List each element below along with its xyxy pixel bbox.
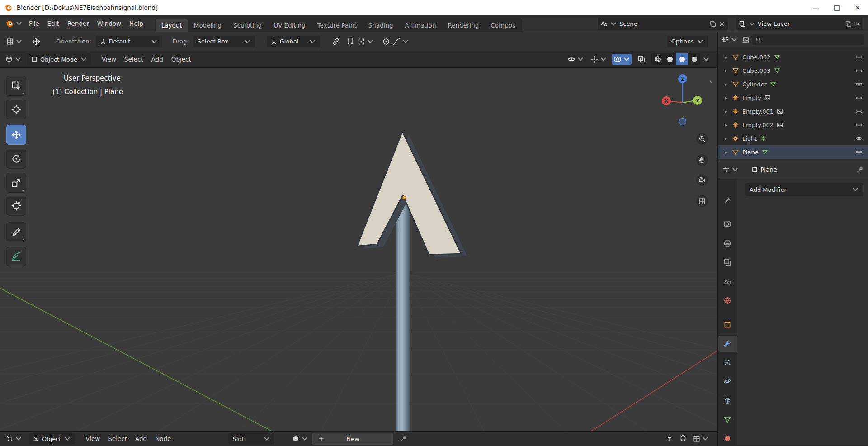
new-view-layer-icon[interactable] (845, 20, 852, 28)
shader-menu-node[interactable]: Node (151, 435, 175, 442)
shading-wireframe-button[interactable] (651, 53, 664, 65)
visibility-dropdown[interactable] (566, 54, 585, 65)
move-tool-button[interactable] (6, 125, 26, 145)
blender-app-menu[interactable] (4, 19, 25, 28)
show-overlays-toggle[interactable] (612, 54, 632, 65)
disclosure-triangle-icon[interactable]: ▸ (723, 122, 729, 128)
eye-open-icon[interactable] (855, 135, 863, 142)
properties-tab-tool[interactable] (718, 192, 737, 209)
disclosure-triangle-icon[interactable]: ▸ (723, 136, 729, 142)
disclosure-triangle-icon[interactable]: ▸ (723, 54, 729, 60)
properties-tab-constraints[interactable] (718, 393, 737, 409)
viewport-canvas[interactable]: User Perspective (1) Collection | Plane … (0, 68, 717, 431)
camera-view-button[interactable] (696, 174, 708, 186)
shading-rendered-button[interactable] (688, 53, 700, 65)
workspace-tab-uv-editing[interactable]: UV Editing (268, 19, 311, 32)
remove-view-layer-icon[interactable] (854, 21, 861, 27)
viewport-menu-select[interactable]: Select (120, 56, 147, 63)
outliner-item-label[interactable]: Empty.001 (742, 108, 774, 115)
shader-menu-add[interactable]: Add (131, 435, 151, 442)
outliner-item-label[interactable]: Plane (742, 149, 759, 156)
proportional-falloff-dropdown[interactable] (392, 38, 409, 46)
chevron-down-icon[interactable] (748, 20, 755, 28)
disclosure-triangle-icon[interactable]: ▸ (723, 149, 729, 155)
shader-editor-type-dropdown[interactable] (5, 435, 24, 442)
menu-file[interactable]: File (25, 20, 43, 27)
rotate-tool-button[interactable] (6, 149, 26, 169)
outliner-row[interactable]: ▸ Cube.002 (718, 50, 868, 64)
measure-tool-button[interactable] (6, 247, 26, 266)
menu-help[interactable]: Help (125, 20, 147, 27)
properties-tab-scene[interactable] (718, 274, 737, 290)
arrow-up-icon[interactable] (666, 435, 673, 442)
properties-tab-physics[interactable] (718, 373, 737, 389)
pan-button[interactable] (696, 154, 708, 166)
transform-orientation-dropdown[interactable]: Global (267, 36, 320, 47)
shading-solid-button[interactable] (664, 53, 676, 65)
menu-render[interactable]: Render (63, 20, 93, 27)
eye-open-icon[interactable] (855, 81, 863, 88)
workspace-tab-animation[interactable]: Animation (399, 19, 442, 32)
outliner-search-input[interactable] (764, 36, 861, 43)
eye-closed-icon[interactable] (855, 121, 863, 128)
properties-editor-type-dropdown[interactable] (722, 166, 739, 173)
workspace-tab-layout[interactable]: Layout (156, 19, 188, 32)
viewport-menu-add[interactable]: Add (147, 56, 167, 63)
disclosure-triangle-icon[interactable]: ▸ (723, 68, 729, 74)
unlink-scene-icon[interactable] (719, 21, 725, 27)
pin-icon[interactable] (856, 166, 863, 173)
outliner-item-label[interactable]: Empty (742, 95, 761, 101)
workspace-tab-texture-paint[interactable]: Texture Paint (311, 19, 363, 32)
new-material-button[interactable]: New (312, 433, 393, 445)
scene-name[interactable]: Scene (619, 20, 707, 27)
orientation-dropdown[interactable]: Default (96, 36, 162, 47)
sidebar-expand-arrow[interactable]: ‹ (710, 78, 712, 85)
orthographic-toggle-button[interactable] (696, 195, 708, 207)
viewport-menu-object[interactable]: Object (167, 56, 195, 63)
view-layer-icon[interactable] (739, 20, 746, 28)
shading-material-button[interactable] (676, 53, 688, 65)
tool-settings-dropdown[interactable] (5, 38, 24, 45)
outliner-editor-type-dropdown[interactable] (722, 36, 738, 43)
shader-menu-select[interactable]: Select (104, 435, 131, 442)
workspace-tab-compositing[interactable]: Compos (485, 19, 521, 32)
workspace-tab-modeling[interactable]: Modeling (188, 19, 227, 32)
proportional-editing-icon[interactable] (382, 38, 390, 46)
show-gizmo-toggle[interactable] (589, 54, 609, 65)
outliner-item-label[interactable]: Cube.003 (742, 67, 771, 74)
eye-closed-icon[interactable] (855, 53, 863, 61)
navigation-gizmo[interactable]: X Y Z (655, 74, 711, 130)
properties-tab-render[interactable] (718, 216, 737, 232)
properties-tab-material[interactable] (718, 430, 737, 446)
slot-dropdown[interactable]: Slot (228, 433, 274, 444)
properties-tab-output[interactable] (718, 235, 737, 251)
eye-open-icon[interactable] (855, 148, 863, 156)
snap-magnet-icon[interactable] (346, 38, 354, 46)
drag-dropdown[interactable]: Select Box (193, 36, 255, 47)
display-mode-icon[interactable] (742, 36, 750, 43)
pin-icon[interactable] (400, 435, 407, 442)
outliner-row[interactable]: ▸ Empty.002 (718, 118, 868, 132)
options-dropdown[interactable]: Options (667, 36, 708, 47)
snap-settings-dropdown[interactable] (357, 38, 374, 46)
outliner-row-selected[interactable]: ▸ Plane (718, 145, 868, 159)
outliner-item-label[interactable]: Cube.002 (742, 54, 771, 61)
properties-tab-modifiers[interactable] (718, 336, 737, 352)
workspace-tab-sculpting[interactable]: Sculpting (227, 19, 268, 32)
outliner-item-label[interactable]: Cylinder (742, 81, 767, 88)
eye-closed-icon[interactable] (855, 94, 863, 101)
snap-magnet-icon[interactable] (679, 435, 687, 442)
material-browse-dropdown[interactable] (292, 435, 308, 443)
add-modifier-dropdown[interactable]: Add Modifier (745, 183, 863, 196)
properties-tab-world[interactable] (718, 292, 737, 308)
outliner-item-label[interactable]: Light (742, 135, 757, 142)
annotate-tool-button[interactable] (6, 222, 26, 242)
xray-toggle[interactable] (636, 54, 647, 65)
shader-overlay-dropdown[interactable] (693, 435, 709, 442)
disclosure-triangle-icon[interactable]: ▸ (723, 95, 729, 101)
outliner-row[interactable]: ▸ Cylinder (718, 77, 868, 91)
properties-tab-view-layer[interactable] (718, 254, 737, 270)
link-icon[interactable] (332, 38, 340, 46)
outliner-item-label[interactable]: Empty.002 (742, 122, 774, 128)
workspace-tab-rendering[interactable]: Rendering (442, 19, 485, 32)
